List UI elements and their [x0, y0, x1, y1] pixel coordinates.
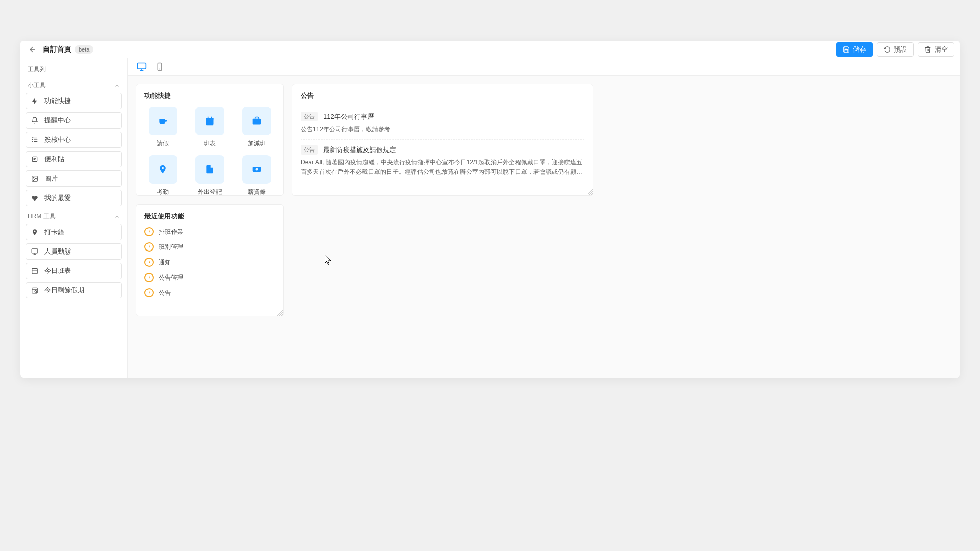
shortcuts-card[interactable]: 功能快捷 請假班表加減班考勤外出登記薪資條: [136, 84, 284, 196]
save-button[interactable]: 儲存: [836, 42, 873, 57]
svg-point-31: [162, 167, 164, 169]
shortcut-attendance[interactable]: 考勤: [144, 155, 181, 196]
pin-icon: [31, 229, 39, 236]
announce-item-1[interactable]: 公告最新防疫措施及請假規定Dear All, 隨著國內疫情趨緩，中央流行疫情指揮…: [301, 140, 584, 182]
canvas[interactable]: 功能快捷 請假班表加減班考勤外出登記薪資條 最近使用功能 排班作業班別管理通知公…: [128, 76, 960, 378]
monitor-icon: [31, 248, 39, 255]
cup-icon: [149, 107, 177, 135]
svg-rect-27: [206, 118, 214, 119]
widget-label: 功能快捷: [44, 96, 71, 106]
reset-icon: [884, 46, 891, 53]
shortcut-label: 考勤: [157, 188, 169, 196]
widget-item-sticky[interactable]: 便利貼: [26, 151, 122, 167]
app-frame: 自訂首頁 beta 儲存 預設 清空 工具列 小工具功能快捷提醒中心簽核中心便利…: [20, 41, 960, 378]
group-label: HRM 工具: [28, 212, 56, 221]
announce-body: Dear All, 隨著國內疫情趨緩，中央流行疫情指揮中心宣布今日12/1起取消…: [301, 158, 584, 177]
announce-badge: 公告: [301, 145, 318, 155]
shortcut-outing[interactable]: 外出登記: [191, 155, 228, 196]
widget-label: 圖片: [44, 174, 58, 183]
history-icon: [144, 227, 154, 236]
announce-body: 公告112年公司行事曆，敬請參考: [301, 124, 584, 134]
image-icon: [31, 175, 39, 182]
shortcut-leave[interactable]: 請假: [144, 107, 181, 148]
save-label: 儲存: [853, 45, 866, 54]
back-button[interactable]: [26, 42, 40, 57]
trash-icon: [924, 46, 932, 53]
recent-item-1[interactable]: 班別管理: [144, 242, 275, 252]
shortcut-payslip[interactable]: 薪資條: [238, 155, 275, 196]
widget-label: 便利貼: [44, 155, 64, 164]
checklist-icon: [31, 136, 39, 143]
announcements-card[interactable]: 公告 公告112年公司行事曆公告112年公司行事曆，敬請參考公告最新防疫措施及請…: [292, 84, 593, 196]
widget-label: 打卡鐘: [44, 228, 64, 237]
recent-label: 排班作業: [159, 228, 183, 236]
clear-button[interactable]: 清空: [918, 42, 954, 57]
widget-label: 簽核中心: [44, 135, 71, 144]
sidebar-title: 工具列: [26, 63, 122, 78]
resize-handle[interactable]: [586, 189, 593, 195]
widget-item-approval[interactable]: 簽核中心: [26, 132, 122, 148]
calendar-icon: [31, 267, 39, 274]
money-icon: [242, 155, 271, 184]
sidebar: 工具列 小工具功能快捷提醒中心簽核中心便利貼圖片我的最愛HRM 工具打卡鐘人員動…: [20, 58, 128, 378]
recent-title: 最近使用功能: [144, 212, 275, 221]
svg-point-33: [256, 168, 258, 171]
svg-rect-30: [253, 119, 261, 125]
widget-item-clock-in[interactable]: 打卡鐘: [26, 224, 122, 240]
widget-item-people-status[interactable]: 人員動態: [26, 243, 122, 260]
widget-item-favorite[interactable]: 我的最愛: [26, 190, 122, 206]
widget-item-quick-action[interactable]: 功能快捷: [26, 93, 122, 109]
pin-icon: [149, 155, 177, 184]
recent-label: 公告管理: [159, 273, 183, 282]
calendar-icon: [195, 107, 224, 135]
recent-label: 公告: [159, 289, 171, 297]
device-bar: [128, 58, 960, 76]
announce-title: 最新防疫措施及請假規定: [323, 145, 396, 155]
announce-item-0[interactable]: 公告112年公司行事曆公告112年公司行事曆，敬請參考: [301, 107, 584, 140]
mobile-view-button[interactable]: [155, 62, 164, 71]
recent-item-2[interactable]: 通知: [144, 258, 275, 267]
widget-label: 今日班表: [44, 266, 71, 276]
history-icon: [144, 273, 154, 282]
history-icon: [144, 288, 154, 297]
recent-item-0[interactable]: 排班作業: [144, 227, 275, 236]
svg-rect-21: [138, 63, 146, 69]
beta-badge: beta: [75, 45, 93, 54]
recent-label: 班別管理: [159, 243, 183, 252]
widget-item-today-leave[interactable]: 今日剩餘假期: [26, 282, 122, 298]
shortcuts-title: 功能快捷: [144, 91, 275, 101]
shortcut-label: 加減班: [248, 139, 266, 148]
canvas-area: 功能快捷 請假班表加減班考勤外出登記薪資條 最近使用功能 排班作業班別管理通知公…: [128, 58, 960, 378]
save-icon: [843, 46, 850, 53]
svg-rect-10: [32, 249, 38, 253]
bolt-icon: [31, 97, 39, 105]
group-header-1[interactable]: HRM 工具: [26, 209, 122, 224]
reset-button[interactable]: 預設: [877, 42, 914, 57]
widget-label: 我的最愛: [44, 193, 71, 203]
shortcut-overtime[interactable]: 加減班: [238, 107, 275, 148]
widget-label: 人員動態: [44, 247, 71, 256]
calendar-search-icon: [31, 287, 39, 294]
svg-line-20: [36, 292, 37, 293]
shortcut-label: 外出登記: [198, 188, 222, 196]
resize-handle[interactable]: [277, 310, 283, 316]
announce-badge: 公告: [301, 112, 318, 121]
resize-handle[interactable]: [277, 189, 283, 195]
group-header-0[interactable]: 小工具: [26, 78, 122, 93]
arrow-left-icon: [29, 45, 37, 54]
shortcut-schedule[interactable]: 班表: [191, 107, 228, 148]
recent-item-3[interactable]: 公告管理: [144, 273, 275, 282]
topbar: 自訂首頁 beta 儲存 預設 清空: [20, 41, 960, 58]
svg-point-19: [35, 291, 37, 293]
shortcut-label: 班表: [204, 139, 216, 148]
announce-title: 112年公司行事曆: [323, 112, 374, 121]
file-icon: [195, 155, 224, 184]
recent-item-4[interactable]: 公告: [144, 288, 275, 297]
desktop-view-button[interactable]: [137, 62, 147, 72]
clear-label: 清空: [935, 45, 948, 54]
widget-item-reminder[interactable]: 提醒中心: [26, 112, 122, 129]
widget-item-image[interactable]: 圖片: [26, 170, 122, 187]
widget-item-today-schedule[interactable]: 今日班表: [26, 263, 122, 279]
history-icon: [144, 258, 154, 267]
recent-card[interactable]: 最近使用功能 排班作業班別管理通知公告管理公告: [136, 204, 284, 316]
